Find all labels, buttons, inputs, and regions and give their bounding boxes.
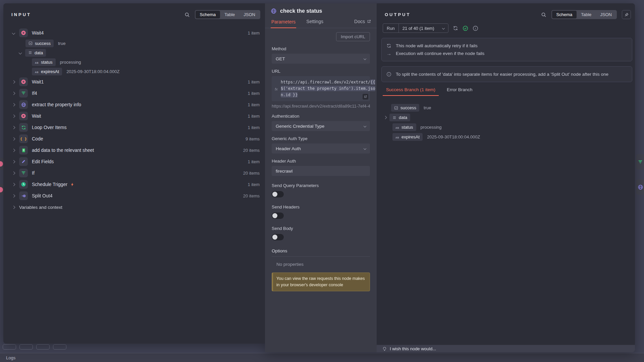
authentication-select[interactable]: Generic Credential Type xyxy=(272,121,370,131)
output-view-tab-schema[interactable]: Schema xyxy=(552,11,577,18)
run-label: Run xyxy=(383,24,399,33)
search-icon[interactable] xyxy=(184,12,190,17)
node-label: Wait4 xyxy=(32,30,44,36)
pin-data-button[interactable] xyxy=(622,10,631,19)
field-row[interactable]: success true xyxy=(3,39,265,48)
node-item-count: 1 item xyxy=(248,114,260,119)
credential-select[interactable]: firecrawl xyxy=(272,166,370,176)
run-selector[interactable]: Run 21 of 40 (1 item) xyxy=(383,23,448,33)
field-key-pill[interactable]: success xyxy=(25,40,54,47)
logs-label: Logs xyxy=(6,355,15,360)
input-node-row[interactable]: Schedule Trigger 1 item xyxy=(3,179,265,190)
field-key: success xyxy=(400,105,416,110)
field-row[interactable]: status processing xyxy=(377,122,635,132)
input-node-row[interactable]: If4 1 item xyxy=(3,87,265,99)
input-node-row[interactable]: Split Out4 20 items xyxy=(3,190,265,201)
input-node-row[interactable]: Wait4 1 item xyxy=(3,27,265,39)
node-title[interactable]: check the status xyxy=(280,8,322,14)
chevron-right-icon[interactable] xyxy=(384,116,387,119)
field-key-pill[interactable]: expiresAt xyxy=(392,133,423,141)
tab-parameters[interactable]: Parameters xyxy=(271,17,296,28)
field-row[interactable]: data xyxy=(377,113,635,122)
open-expression-editor-button[interactable] xyxy=(363,94,368,100)
canvas-node-partial[interactable] xyxy=(636,154,644,170)
node-label: extract the property info xyxy=(32,102,81,107)
generic-auth-type-select[interactable]: Header Auth xyxy=(272,143,370,154)
chevron-down-icon xyxy=(442,27,444,29)
chevron-right-icon xyxy=(12,194,15,197)
if-node-icon xyxy=(19,89,28,98)
field-key-pill[interactable]: success xyxy=(391,104,419,112)
output-view-tab-table[interactable]: Table xyxy=(577,11,596,18)
authentication-value: Generic Credential Type xyxy=(276,124,324,129)
chevron-down-icon[interactable] xyxy=(19,51,22,54)
field-row[interactable]: expiresAt 2025-09-30T18:00:04.000Z xyxy=(3,67,265,76)
tab-error-branch[interactable]: Error Branch xyxy=(443,87,476,96)
field-row[interactable]: expiresAt 2025-09-30T18:00:04.000Z xyxy=(377,132,635,142)
node-feedback-bar[interactable]: I wish this node would... xyxy=(377,345,635,352)
chevron-right-icon xyxy=(12,205,15,209)
variables-context-row[interactable]: Variables and context xyxy=(3,201,265,213)
trigger-bolt-icon xyxy=(70,182,74,187)
url-expression-code[interactable]: https://api.firecrawl.dev/v2/extract/{{ … xyxy=(281,79,375,98)
wait-node-icon xyxy=(0,161,3,167)
object-icon xyxy=(392,116,396,120)
tab-settings[interactable]: Settings xyxy=(306,17,324,28)
field-key-pill[interactable]: data xyxy=(389,114,410,121)
url-expression-editor[interactable]: https://api.firecrawl.dev/v2/extract/{{ … xyxy=(272,76,370,101)
run-info-icon[interactable] xyxy=(473,25,478,31)
send-headers-toggle[interactable] xyxy=(272,213,284,219)
node-item-count: 1 item xyxy=(248,182,260,187)
search-icon[interactable] xyxy=(541,12,546,17)
docs-link[interactable]: Docs xyxy=(354,19,371,28)
url-label: URL xyxy=(272,69,370,74)
input-view-tab-table[interactable]: Table xyxy=(220,11,239,18)
node-item-count: 1 item xyxy=(248,31,260,36)
input-node-row[interactable]: { } Code 9 items xyxy=(3,133,265,144)
continue-notice-text: Execution will continue even if the node… xyxy=(396,51,484,56)
input-node-row[interactable]: Loop Over Items 1 item xyxy=(3,122,265,133)
input-view-tab-json[interactable]: JSON xyxy=(239,11,260,18)
run-selector-row: Run 21 of 40 (1 item) xyxy=(383,23,629,33)
input-view-tab-schema[interactable]: Schema xyxy=(196,11,220,18)
send-headers-field: Send Headers xyxy=(272,204,370,219)
field-key-pill[interactable]: expiresAt xyxy=(32,68,62,75)
field-row[interactable]: status processing xyxy=(3,57,265,67)
field-key-pill[interactable]: status xyxy=(392,123,416,131)
node-label: Code xyxy=(32,136,43,141)
input-node-row[interactable]: Wait 1 item xyxy=(3,110,265,122)
send-body-toggle[interactable] xyxy=(272,234,284,240)
method-select[interactable]: GET xyxy=(272,54,370,64)
if-node-icon xyxy=(638,159,643,165)
input-node-row[interactable]: If 20 items xyxy=(3,167,265,179)
generic-auth-type-label: Generic Auth Type xyxy=(272,136,370,141)
object-icon xyxy=(28,51,32,55)
input-node-row[interactable]: extract the property info 1 item xyxy=(3,99,265,110)
canvas-node-partial[interactable] xyxy=(636,179,644,195)
import-curl-button[interactable]: Import cURL xyxy=(336,32,370,41)
field-key-pill[interactable]: data xyxy=(25,49,46,57)
success-status-icon xyxy=(463,25,468,31)
field-row[interactable]: data xyxy=(3,48,265,57)
url-field: URL https://api.firecrawl.dev/v2/extract… xyxy=(272,69,370,109)
input-node-row[interactable]: Edit Fields 1 item xyxy=(3,156,265,167)
link-runs-icon[interactable] xyxy=(453,25,458,31)
node-label: If4 xyxy=(32,90,37,96)
send-query-toggle[interactable] xyxy=(272,191,284,197)
send-body-field: Send Body xyxy=(272,226,370,240)
field-key: expiresAt xyxy=(401,134,420,139)
output-view-tab-json[interactable]: JSON xyxy=(596,11,616,18)
field-row[interactable]: success true xyxy=(377,103,635,113)
field-key-pill[interactable]: status xyxy=(32,58,56,66)
tab-success-branch[interactable]: Success Branch (1 item) xyxy=(383,87,439,96)
node-behavior-notice: This node will automatically retry if it… xyxy=(381,38,632,61)
input-panel-title: INPUT xyxy=(11,12,31,17)
split-out-hint-text: To split the contents of 'data' into sep… xyxy=(396,72,608,77)
http-globe-icon xyxy=(19,100,28,109)
input-node-row[interactable]: add data to the relevant sheet 20 items xyxy=(3,144,265,156)
field-key: status xyxy=(401,125,413,130)
parameters-form: Import cURL Method GET URL https://api.f… xyxy=(265,28,377,352)
logs-panel-header[interactable]: Logs xyxy=(0,353,644,362)
retry-notice-text: This node will automatically retry if it… xyxy=(396,43,478,48)
input-node-row[interactable]: Wait1 1 item xyxy=(3,76,265,87)
